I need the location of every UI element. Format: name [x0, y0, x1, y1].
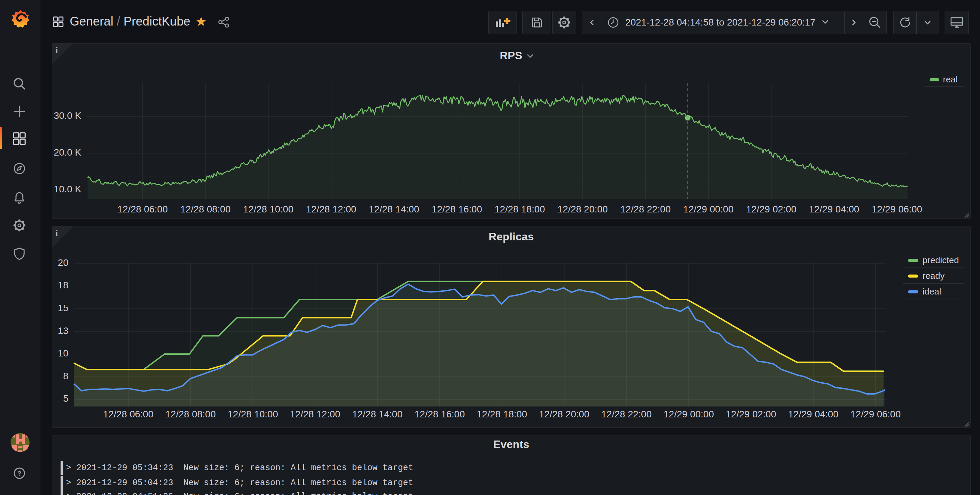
svg-text:predicted: predicted: [923, 255, 959, 265]
svg-text:12/28 10:00: 12/28 10:00: [243, 204, 294, 215]
svg-text:8: 8: [63, 371, 68, 381]
svg-text:12/28 20:00: 12/28 20:00: [539, 409, 589, 419]
svg-text:13: 13: [58, 325, 68, 336]
svg-text:12/29 00:00: 12/29 00:00: [683, 204, 733, 215]
svg-text:20: 20: [58, 257, 68, 268]
svg-text:12/28 16:00: 12/28 16:00: [432, 204, 482, 215]
svg-text:12/28 12:00: 12/28 12:00: [290, 409, 340, 419]
svg-text:18: 18: [58, 280, 68, 290]
svg-text:12/28 14:00: 12/28 14:00: [369, 204, 419, 215]
svg-text:15: 15: [58, 302, 68, 313]
svg-text:12/28 08:00: 12/28 08:00: [180, 204, 231, 215]
svg-text:12/29 06:00: 12/29 06:00: [850, 409, 901, 419]
svg-text:12/28 22:00: 12/28 22:00: [601, 409, 652, 419]
svg-text:20.0 K: 20.0 K: [54, 147, 81, 158]
svg-text:30.0 K: 30.0 K: [54, 110, 81, 121]
svg-text:ready: ready: [923, 271, 945, 281]
svg-text:5: 5: [63, 393, 68, 404]
svg-text:12/28 18:00: 12/28 18:00: [495, 204, 545, 215]
svg-text:?: ?: [18, 470, 21, 477]
svg-text:10: 10: [58, 348, 68, 358]
svg-text:12/29 06:00: 12/29 06:00: [872, 204, 922, 215]
svg-text:12/28 22:00: 12/28 22:00: [620, 204, 671, 215]
svg-text:12/28 14:00: 12/28 14:00: [352, 409, 402, 419]
svg-text:12/28 16:00: 12/28 16:00: [414, 409, 465, 419]
svg-text:12/29 04:00: 12/29 04:00: [809, 204, 859, 215]
svg-text:12/28 08:00: 12/28 08:00: [165, 409, 216, 419]
svg-text:real: real: [943, 74, 958, 84]
svg-text:10.0 K: 10.0 K: [54, 184, 81, 194]
svg-text:12/28 18:00: 12/28 18:00: [477, 409, 527, 419]
svg-text:12/28 06:00: 12/28 06:00: [118, 204, 168, 215]
svg-text:ideal: ideal: [923, 286, 941, 296]
svg-text:12/29 02:00: 12/29 02:00: [726, 409, 776, 419]
svg-text:12/29 02:00: 12/29 02:00: [746, 204, 797, 215]
svg-text:12/28 10:00: 12/28 10:00: [228, 409, 278, 419]
svg-text:12/29 00:00: 12/29 00:00: [663, 409, 714, 419]
svg-text:12/29 04:00: 12/29 04:00: [788, 409, 838, 419]
svg-text:12/28 20:00: 12/28 20:00: [557, 204, 608, 215]
svg-text:12/28 12:00: 12/28 12:00: [306, 204, 356, 215]
svg-text:12/28 06:00: 12/28 06:00: [103, 409, 153, 419]
